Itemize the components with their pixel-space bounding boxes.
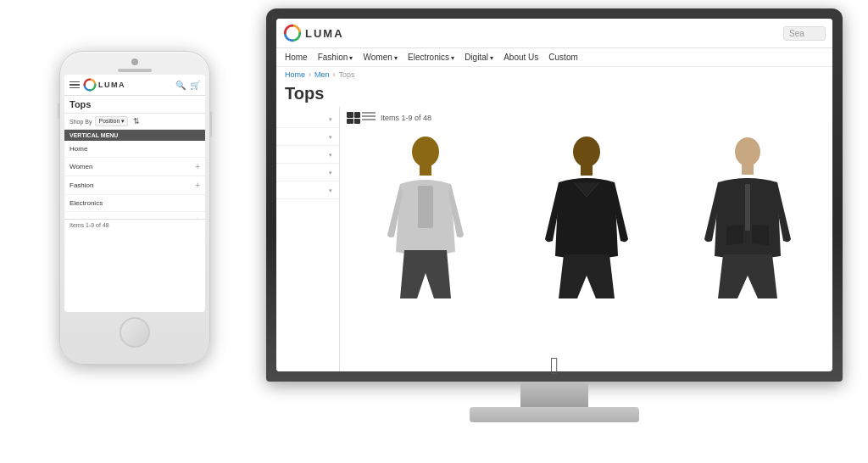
breadcrumb: Home › Men › Tops bbox=[276, 67, 832, 82]
hamburger-menu-icon[interactable] bbox=[70, 81, 80, 89]
nav-about[interactable]: About Us bbox=[504, 53, 538, 62]
svg-point-5 bbox=[573, 137, 600, 167]
phone-action-icons: 🔍 🛒 bbox=[175, 81, 200, 90]
phone-menu-item-fashion[interactable]: Fashion + bbox=[64, 176, 205, 195]
phone-page-title: Tops bbox=[64, 96, 205, 114]
nav-digital[interactable]: Digital bbox=[465, 53, 493, 62]
product-image-3 bbox=[701, 133, 794, 298]
search-icon[interactable]: 🔍 bbox=[175, 81, 186, 90]
filter-sidebar: ▾ ▾ ▾ ▾ bbox=[276, 107, 340, 371]
nav-women[interactable]: Women bbox=[364, 53, 398, 62]
phone-menu-item-women[interactable]: Women + bbox=[64, 158, 205, 176]
desktop-nav: Home Fashion Women Electronics Digital A… bbox=[276, 48, 832, 67]
browser-main: ▾ ▾ ▾ ▾ bbox=[276, 107, 832, 371]
svg-rect-8 bbox=[745, 184, 750, 231]
desktop-monitor: LUMA Sea Home Fashion Women Electronics … bbox=[266, 8, 843, 424]
svg-point-7 bbox=[735, 137, 760, 166]
position-select[interactable]: Position ▾ bbox=[95, 116, 128, 126]
cart-icon[interactable]: 🛒 bbox=[190, 81, 200, 90]
product-card-2[interactable] bbox=[508, 129, 665, 298]
nav-custom[interactable]: Custom bbox=[548, 53, 577, 62]
phone-logo-icon bbox=[83, 78, 97, 92]
breadcrumb-men[interactable]: Men bbox=[314, 70, 330, 79]
filter-item-2[interactable]: ▾ bbox=[276, 130, 339, 146]
nav-fashion[interactable]: Fashion bbox=[318, 53, 353, 62]
luma-logo-icon bbox=[283, 24, 302, 42]
vertical-menu-header: VERTICAL MENU bbox=[64, 130, 205, 141]
filter-item-1[interactable]: ▾ bbox=[276, 112, 339, 128]
shop-by-label: Shop By bbox=[70, 119, 92, 125]
breadcrumb-current: Tops bbox=[339, 70, 355, 79]
filter-arrow-1: ▾ bbox=[329, 116, 332, 123]
filter-arrow-2: ▾ bbox=[329, 134, 332, 141]
breadcrumb-home[interactable]: Home bbox=[285, 70, 305, 79]
filter-item-3[interactable]: ▾ bbox=[276, 148, 339, 164]
phone-camera bbox=[131, 59, 138, 65]
breadcrumb-sep2: › bbox=[333, 70, 336, 79]
page-title: Tops bbox=[276, 82, 832, 107]
grid-view-button[interactable] bbox=[347, 112, 360, 124]
svg-rect-6 bbox=[581, 165, 593, 176]
filter-arrow-4: ▾ bbox=[329, 170, 332, 176]
phone-filter-bar: Shop By Position ▾ ⇅ bbox=[64, 114, 205, 130]
phone-menu-item-electronics[interactable]: Electronics bbox=[64, 195, 205, 212]
nav-home[interactable]: Home bbox=[285, 53, 308, 62]
product-card-3[interactable] bbox=[669, 129, 826, 298]
luma-logo: LUMA bbox=[283, 24, 344, 42]
browser-topbar: LUMA Sea bbox=[276, 19, 832, 48]
nav-electronics[interactable]: Electronics bbox=[408, 53, 454, 62]
svg-rect-4 bbox=[420, 165, 431, 176]
product-image-1 bbox=[379, 133, 472, 298]
monitor-frame: LUMA Sea Home Fashion Women Electronics … bbox=[266, 8, 843, 382]
monitor-neck bbox=[520, 382, 588, 407]
desktop-logo-text: LUMA bbox=[305, 27, 344, 40]
phone-logo: LUMA bbox=[83, 78, 125, 92]
monitor-base bbox=[470, 407, 639, 422]
sort-icon[interactable]: ⇅ bbox=[133, 117, 140, 126]
svg-rect-9 bbox=[742, 165, 754, 175]
filter-arrow-3: ▾ bbox=[329, 152, 332, 159]
scene: LUMA Sea Home Fashion Women Electronics … bbox=[0, 0, 868, 463]
products-grid bbox=[347, 129, 826, 298]
svg-point-10 bbox=[87, 82, 92, 87]
phone-screen: LUMA 🔍 🛒 Tops Shop By Position ▾ ⇅ bbox=[64, 75, 205, 312]
expand-icon-fashion: + bbox=[195, 181, 200, 190]
expand-icon-women: + bbox=[195, 162, 200, 171]
svg-rect-3 bbox=[418, 186, 433, 228]
filter-item-5[interactable]: ▾ bbox=[276, 183, 339, 199]
svg-point-1 bbox=[289, 30, 297, 37]
monitor-screen: LUMA Sea Home Fashion Women Electronics … bbox=[276, 19, 832, 371]
toolbar: Items 1-9 of 48 bbox=[347, 112, 826, 124]
phone-menu: Home Women + Fashion + Electronics Digit bbox=[64, 141, 205, 231]
apple-logo-icon:  bbox=[550, 353, 559, 380]
phone-logo-text: LUMA bbox=[98, 81, 125, 89]
items-count: Items 1-9 of 48 bbox=[381, 114, 431, 122]
main-content: Items 1-9 of 48 bbox=[340, 107, 832, 371]
filter-arrow-5: ▾ bbox=[329, 187, 332, 194]
phone-home-button[interactable] bbox=[120, 317, 150, 348]
phone-topbar: LUMA 🔍 🛒 bbox=[64, 75, 205, 96]
product-image-2 bbox=[540, 133, 633, 298]
filter-item-4[interactable]: ▾ bbox=[276, 165, 339, 181]
breadcrumb-sep1: › bbox=[309, 70, 311, 79]
phone-menu-item-home[interactable]: Home bbox=[64, 141, 205, 158]
product-card-1[interactable] bbox=[347, 129, 504, 298]
view-toggle bbox=[347, 112, 376, 124]
phone-speaker bbox=[118, 69, 152, 72]
svg-point-2 bbox=[412, 137, 439, 167]
phone-frame: LUMA 🔍 🛒 Tops Shop By Position ▾ ⇅ bbox=[59, 51, 210, 365]
list-view-button[interactable] bbox=[362, 112, 376, 124]
browser: LUMA Sea Home Fashion Women Electronics … bbox=[276, 19, 832, 371]
phone-items-count: Items 1-9 of 48 bbox=[64, 219, 205, 231]
search-bar[interactable]: Sea bbox=[783, 26, 826, 41]
mobile-phone: LUMA 🔍 🛒 Tops Shop By Position ▾ ⇅ bbox=[59, 51, 210, 365]
